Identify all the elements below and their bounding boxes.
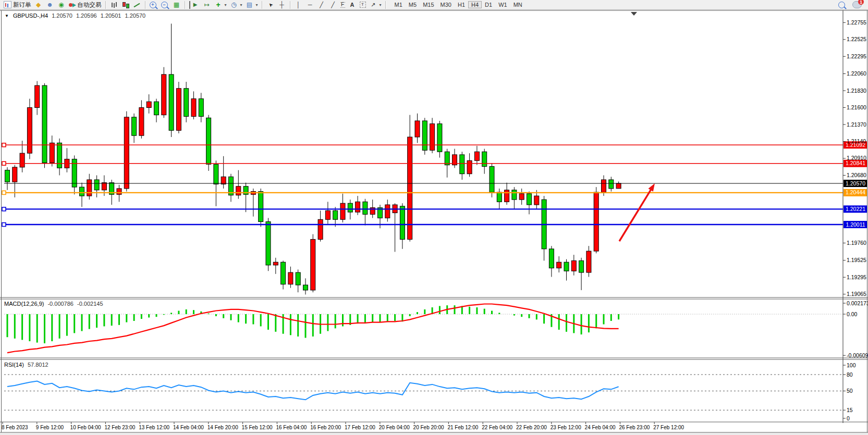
auto-trading-button[interactable]: 自动交易 <box>67 1 103 9</box>
price-tick-label: 1.19760 <box>847 240 866 246</box>
ohlc-high: 1.20596 <box>76 13 97 19</box>
price-badge-label: 1.20444 <box>846 189 865 195</box>
date-label: 26 Feb 23:00 <box>619 425 650 430</box>
candle-body <box>132 117 137 135</box>
candle-body <box>505 190 509 202</box>
market-watch-button[interactable]: ☻ <box>44 1 56 9</box>
ohlc-low: 1.20501 <box>101 13 121 19</box>
text-icon: A <box>348 1 357 9</box>
candle-body <box>474 152 479 160</box>
fibonacci-icon: F <box>340 2 345 8</box>
chart-shift-button[interactable]: ↦ <box>201 1 213 9</box>
candlestick-chart-button[interactable] <box>120 1 131 9</box>
crosshair-button[interactable]: ┼ <box>276 1 288 9</box>
candle-body <box>281 262 286 284</box>
signals-button[interactable]: ◉ <box>56 1 67 9</box>
date-label: 14 Feb 20:00 <box>207 425 238 430</box>
macd-value: -0.000786 <box>47 301 74 307</box>
crosshair-icon: ┼ <box>278 1 286 9</box>
timeframe-h4[interactable]: H4 <box>468 1 482 8</box>
candle-body <box>50 143 54 163</box>
ohlc-open: 1.20570 <box>52 13 72 19</box>
price-badge-label: 1.20570 <box>846 180 865 187</box>
vertical-line-button[interactable]: │ <box>293 1 304 9</box>
fibonacci-button[interactable]: F <box>339 2 347 8</box>
candle-body <box>214 164 218 184</box>
line-handle <box>2 143 6 147</box>
candle-body <box>13 167 17 182</box>
cursor-button[interactable]: ➤ <box>265 1 276 9</box>
rsi-tick-label: 15 <box>847 407 853 413</box>
date-label: 8 Feb 2023 <box>2 425 28 430</box>
timeframe-d1[interactable]: D1 <box>482 1 495 8</box>
line-chart-button[interactable] <box>131 1 143 9</box>
date-label: 17 Feb 12:00 <box>345 425 375 430</box>
trendline-button[interactable]: ╱ <box>316 1 327 9</box>
candle-body <box>273 262 278 265</box>
candle-body <box>80 187 84 196</box>
rsi-tick-label: 0 <box>847 415 850 421</box>
periods-button[interactable]: ◷▾ <box>228 1 244 9</box>
candle-body <box>445 152 449 165</box>
bar-chart-button[interactable] <box>108 1 120 9</box>
indicators-button[interactable]: +▾ <box>213 1 228 9</box>
candle-body <box>199 99 203 117</box>
chart-shift-marker-icon <box>631 12 637 16</box>
rsi-line <box>7 381 619 400</box>
charts-button[interactable]: ◆ <box>33 1 44 9</box>
candle-body <box>400 206 405 240</box>
toolbar-separator <box>185 1 186 9</box>
zoom-in-icon: + <box>150 2 156 8</box>
price-tick-label: 1.19065 <box>847 291 866 297</box>
price-tick-label: 1.19295 <box>847 274 866 280</box>
candle-body <box>94 180 99 190</box>
chart-shift-icon: ↦ <box>203 1 211 9</box>
arrows-button[interactable]: ↗▾ <box>368 1 383 9</box>
toolbar-separator <box>262 1 263 9</box>
toolbar: 新订单◆☻◉自动交易+−▦▶↦+▾◷▾▤▾➤┼│─╱╱FAT↗▾ M1M5M15… <box>0 0 868 10</box>
chart-canvas[interactable]: 1.210921.208411.205701.204441.202211.200… <box>0 0 868 435</box>
zoom-in-button[interactable]: + <box>148 1 160 9</box>
dropdown-caret-icon[interactable]: ▾ <box>240 3 242 7</box>
notifications-icon[interactable]: 1 <box>852 1 862 8</box>
price-tick-label: 1.21830 <box>847 88 866 94</box>
collapse-triangle-icon[interactable]: ▼ <box>5 13 9 19</box>
text-button[interactable]: A <box>347 1 358 9</box>
zoom-out-button[interactable]: − <box>160 1 171 9</box>
rsi-name: RSI(14) <box>4 362 24 368</box>
candle-body <box>318 219 323 239</box>
dropdown-caret-icon[interactable]: ▾ <box>256 3 258 7</box>
price-tick-label: 1.22525 <box>847 36 866 42</box>
date-label: 16 Feb 04:00 <box>276 425 307 430</box>
timeframe-m5[interactable]: M5 <box>406 1 420 8</box>
timeframe-h1[interactable]: H1 <box>455 1 468 8</box>
timeframe-m30[interactable]: M30 <box>437 1 455 8</box>
templates-button[interactable]: ▤▾ <box>244 1 260 9</box>
tile-windows-button[interactable]: ▦ <box>171 1 182 9</box>
timeframe-mn[interactable]: MN <box>510 1 525 8</box>
timeframe-m1[interactable]: M1 <box>392 1 406 8</box>
candle-body <box>303 285 308 290</box>
date-label: 14 Feb 04:00 <box>173 425 204 430</box>
candle-body <box>146 102 151 107</box>
candle-body <box>162 74 166 115</box>
timeframe-w1[interactable]: W1 <box>495 1 510 8</box>
ohlc-close: 1.20570 <box>125 13 145 19</box>
templates-icon: ▤ <box>246 1 254 9</box>
timeframe-m15[interactable]: M15 <box>420 1 437 8</box>
new-order-button[interactable]: 新订单 <box>2 1 33 9</box>
date-label: 10 Feb 04:00 <box>70 425 101 430</box>
text-label-button[interactable]: T <box>358 1 368 8</box>
auto-scroll-button[interactable]: ▶ <box>188 1 201 9</box>
search-icon[interactable] <box>838 2 845 8</box>
dropdown-caret-icon[interactable]: ▾ <box>380 3 382 7</box>
zoom-out-icon: − <box>161 2 168 8</box>
horizontal-line-button[interactable]: ─ <box>304 1 316 9</box>
candle-body <box>296 272 300 285</box>
candle-body <box>206 118 211 164</box>
horizontal-line-icon: ─ <box>306 1 314 9</box>
rsi-tick-label: 50 <box>847 388 853 394</box>
candle-body <box>490 167 494 192</box>
equidistant-channel-button[interactable]: ╱ <box>327 1 339 9</box>
dropdown-caret-icon[interactable]: ▾ <box>225 3 227 7</box>
